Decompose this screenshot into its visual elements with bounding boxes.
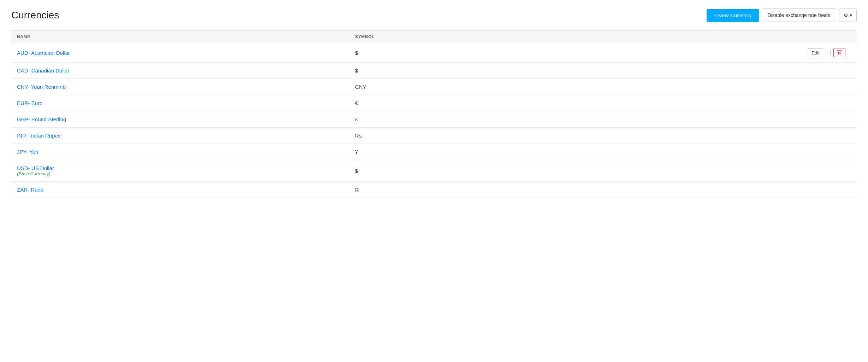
currencies-list: AUD- Australian Dollar$Edit| | CAD- Cana… — [11, 43, 857, 198]
currency-symbol: Rs. — [350, 128, 603, 144]
currency-symbol: ¥ — [350, 144, 603, 160]
trash-icon — [837, 50, 842, 56]
row-actions-cell — [603, 79, 857, 95]
row-actions-cell — [603, 160, 857, 182]
currency-symbol: R — [350, 182, 603, 198]
row-actions-cell — [603, 182, 857, 198]
row-actions-cell — [603, 95, 857, 111]
disable-feeds-button[interactable]: Disable exchange rate feeds — [762, 8, 836, 22]
edit-button[interactable]: Edit — [807, 48, 824, 57]
table-row: USD- US Dollar(Base Currency)$ — [11, 160, 857, 182]
chevron-down-icon: ▾ — [850, 12, 852, 18]
currency-name-link[interactable]: INR- Indian Rupee — [17, 133, 61, 139]
column-header-actions — [603, 31, 857, 43]
separator: | | — [826, 49, 831, 56]
row-actions-cell — [603, 128, 857, 144]
currency-symbol: $ — [350, 63, 603, 79]
row-actions: Edit| | — [609, 48, 851, 57]
table-row: GBP- Pound Sterling£ — [11, 111, 857, 128]
table-row: CAD- Canadian Dollar$ — [11, 63, 857, 79]
delete-button[interactable] — [833, 48, 845, 57]
currency-symbol: CNY — [350, 79, 603, 95]
row-actions-cell — [603, 144, 857, 160]
currency-symbol: € — [350, 95, 603, 111]
page-title: Currencies — [11, 10, 59, 21]
currency-name-link[interactable]: EUR- Euro — [17, 100, 43, 106]
row-actions-cell — [603, 111, 857, 128]
currency-name-link[interactable]: GBP- Pound Sterling — [17, 116, 66, 122]
currency-name-link[interactable]: CNY- Yuan Renminbi — [17, 84, 67, 90]
table-row: JPY- Yen¥ — [11, 144, 857, 160]
currency-name-link[interactable]: USD- US Dollar — [17, 165, 54, 171]
row-actions-cell — [603, 63, 857, 79]
currency-symbol: £ — [350, 111, 603, 128]
header: Currencies + New Currency Disable exchan… — [11, 8, 857, 22]
table-header: NAME SYMBOL — [11, 31, 857, 43]
table-row: CNY- Yuan RenminbiCNY — [11, 79, 857, 95]
column-header-symbol: SYMBOL — [350, 31, 603, 43]
new-currency-button[interactable]: + New Currency — [707, 9, 759, 22]
currency-name-link[interactable]: ZAR- Rand — [17, 187, 43, 193]
table-row: AUD- Australian Dollar$Edit| | — [11, 43, 857, 63]
table-row: ZAR- RandR — [11, 182, 857, 198]
column-header-name: NAME — [11, 31, 350, 43]
currencies-table: NAME SYMBOL AUD- Australian Dollar$Edit|… — [11, 30, 857, 198]
currency-name-link[interactable]: CAD- Canadian Dollar — [17, 68, 69, 74]
base-currency-label: (Base Currency) — [17, 171, 344, 176]
currency-symbol: $ — [350, 160, 603, 182]
settings-button[interactable]: ⚙ ▾ — [839, 8, 857, 22]
table-row: EUR- Euro€ — [11, 95, 857, 111]
currency-symbol: $ — [350, 43, 603, 63]
page-container: Currencies + New Currency Disable exchan… — [0, 0, 868, 206]
gear-icon: ⚙ — [844, 12, 848, 18]
table-row: INR- Indian RupeeRs. — [11, 128, 857, 144]
row-actions-cell: Edit| | — [603, 43, 857, 63]
currency-name-link[interactable]: JPY- Yen — [17, 149, 38, 155]
currency-name-link[interactable]: AUD- Australian Dollar — [17, 50, 70, 56]
header-actions: + New Currency Disable exchange rate fee… — [707, 8, 857, 22]
